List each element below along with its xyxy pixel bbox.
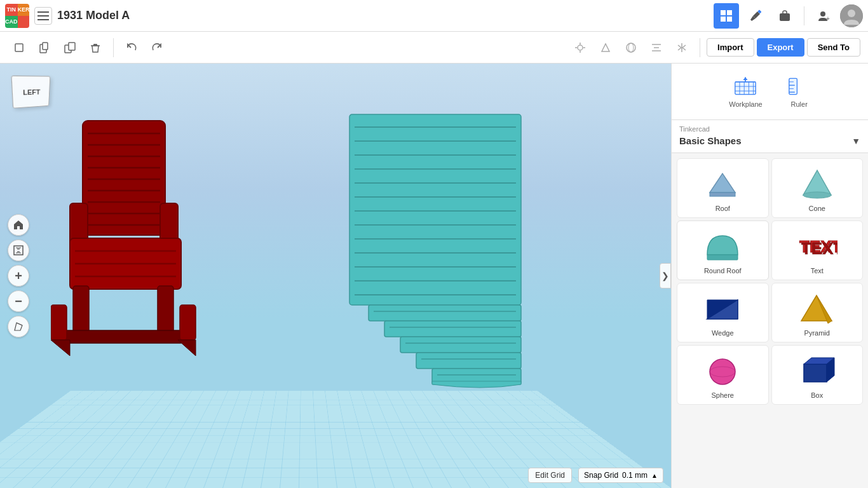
shapes-row-3: Wedge Pyramid [677, 283, 863, 342]
svg-rect-50 [180, 305, 196, 340]
snap-increment-button[interactable]: ▲ [651, 472, 658, 479]
svg-point-9 [820, 11, 825, 17]
sphere-shape-icon [700, 351, 745, 389]
header-right: + [714, 3, 863, 29]
grid-view-button[interactable] [714, 3, 739, 29]
svg-rect-67 [369, 305, 521, 321]
dropdown-arrow-icon: ▼ [851, 136, 860, 146]
copy-button[interactable] [8, 36, 31, 59]
svg-rect-13 [15, 44, 23, 51]
svg-rect-92 [710, 193, 735, 196]
svg-marker-51 [51, 340, 70, 356]
cone-shape-icon [795, 164, 839, 202]
wedge-label: Wedge [712, 329, 734, 337]
delete-button[interactable] [84, 36, 107, 59]
svg-point-103 [710, 359, 735, 384]
svg-marker-85 [743, 78, 748, 81]
pyramid-shape-icon [795, 288, 839, 327]
main-area: LEFT + − [0, 64, 868, 488]
shape-item-roof[interactable]: Roof [677, 158, 769, 218]
svg-rect-46 [73, 286, 89, 337]
send-to-button[interactable]: Send To [807, 38, 860, 57]
snap-grid-label: Snap Grid [584, 471, 618, 480]
logo: TIN KER CAD [5, 4, 29, 28]
redo-button[interactable] [146, 36, 168, 59]
nav-cube-face: LEFT [11, 76, 50, 109]
staircase-object[interactable] [311, 108, 553, 400]
workplane-tool[interactable]: Workplane [722, 71, 768, 112]
import-button[interactable]: Import [707, 38, 754, 57]
logo-br [18, 16, 30, 28]
svg-rect-48 [65, 330, 182, 343]
svg-point-12 [848, 10, 855, 17]
shapes-row-1: Roof Cone [677, 158, 863, 218]
svg-rect-8 [780, 13, 790, 21]
sphere-label: Sphere [712, 391, 734, 399]
fit-view-button[interactable] [8, 240, 29, 261]
bottom-controls: Edit Grid Snap Grid 0.1 mm ▲ [528, 468, 663, 483]
shape-item-round-roof[interactable]: Round Roof [677, 220, 769, 280]
home-view-button[interactable] [8, 214, 29, 236]
ruler-label: Ruler [791, 100, 808, 108]
svg-rect-47 [158, 286, 173, 337]
briefcase-button[interactable] [772, 3, 797, 29]
chair-object[interactable] [51, 114, 273, 388]
mirror-button[interactable] [670, 36, 693, 59]
logo-tr: KER [18, 4, 30, 16]
svg-point-24 [628, 43, 634, 52]
align-button[interactable] [645, 36, 668, 59]
svg-line-29 [17, 323, 22, 325]
logo-bl: CAD [5, 16, 18, 28]
ruler-tool[interactable]: Ruler [782, 71, 817, 112]
export-button[interactable]: Export [757, 38, 804, 57]
shapes-category-label: Basic Shapes [679, 135, 742, 146]
duplicate-button[interactable] [58, 36, 81, 59]
shape-item-text[interactable]: TEXT TEXT Text [771, 220, 864, 280]
snap-grid-control: Snap Grid 0.1 mm ▲ [578, 468, 663, 483]
left-controls: + − [8, 214, 29, 337]
shapes-category-dropdown[interactable]: Basic Shapes ▼ [679, 134, 860, 147]
svg-text:TEXT: TEXT [801, 239, 837, 258]
shape-item-cone[interactable]: Cone [771, 158, 864, 218]
svg-point-23 [627, 43, 635, 52]
solid-view-button[interactable] [594, 36, 617, 59]
panel-header: Tinkercad Basic Shapes ▼ [672, 120, 868, 153]
wireframe-button[interactable] [620, 36, 642, 59]
snap-value: 0.1 mm [622, 471, 648, 480]
svg-rect-28 [14, 246, 23, 255]
ruler-icon [788, 75, 811, 98]
right-panel: Workplane Ruler Tinkercad [671, 64, 868, 488]
svg-rect-53 [349, 114, 521, 305]
viewport-toggle-button[interactable]: ❯ [660, 263, 671, 288]
zoom-out-button[interactable]: − [8, 290, 29, 312]
svg-rect-69 [384, 321, 521, 337]
viewport[interactable]: LEFT + − [0, 64, 671, 488]
shapes-row-4: Sphere Box [677, 345, 863, 405]
light-button[interactable] [569, 36, 592, 59]
svg-rect-95 [707, 255, 738, 260]
shape-item-wedge[interactable]: Wedge [677, 283, 769, 342]
shape-item-box[interactable]: Box [771, 345, 864, 405]
add-user-button[interactable]: + [811, 3, 836, 29]
header: TIN KER CAD 1931 Model A + [0, 0, 868, 32]
hammer-button[interactable] [743, 3, 768, 29]
pyramid-label: Pyramid [804, 329, 830, 337]
svg-marker-52 [178, 340, 196, 356]
avatar[interactable] [840, 4, 863, 27]
zoom-in-button[interactable]: + [8, 265, 29, 287]
svg-rect-4 [727, 10, 732, 15]
shape-item-sphere[interactable]: Sphere [677, 345, 769, 405]
svg-rect-30 [83, 121, 165, 235]
paste-button[interactable] [33, 36, 56, 59]
svg-rect-71 [400, 337, 521, 353]
svg-rect-15 [43, 43, 48, 50]
svg-rect-77 [735, 82, 756, 95]
svg-rect-1 [37, 15, 49, 17]
edit-grid-button[interactable]: Edit Grid [528, 468, 572, 483]
undo-button[interactable] [120, 36, 143, 59]
list-view-button[interactable] [34, 7, 52, 25]
svg-rect-0 [37, 11, 49, 13]
perspective-button[interactable] [8, 316, 29, 337]
svg-point-18 [578, 45, 583, 50]
shape-item-pyramid[interactable]: Pyramid [771, 283, 864, 342]
